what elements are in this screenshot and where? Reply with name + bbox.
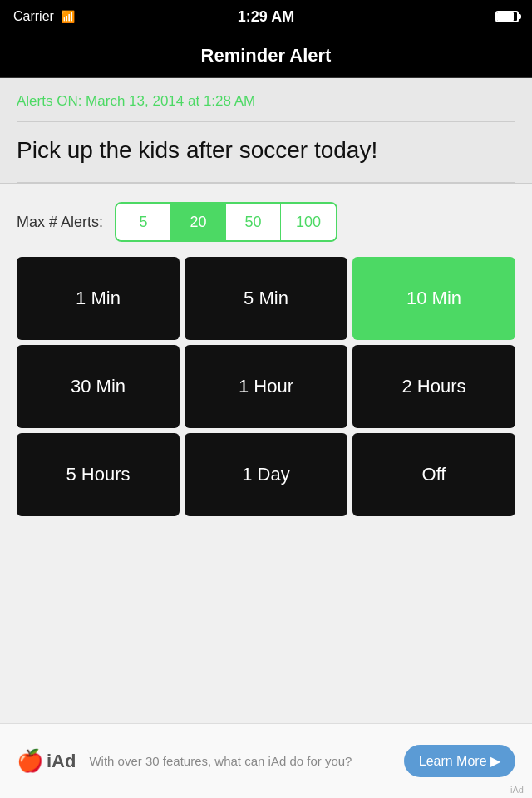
interval-btn-30-min[interactable]: 30 Min: [17, 345, 180, 428]
ad-logo: 🍎 iAd: [17, 748, 76, 774]
interval-btn-off[interactable]: Off: [352, 433, 515, 516]
settings-section: Max # Alerts: 52050100 1 Min5 Min10 Min3…: [0, 184, 532, 525]
interval-btn-10-min[interactable]: 10 Min: [352, 257, 515, 340]
alert-info-section: Alerts ON: March 13, 2014 at 1:28 AM Pic…: [0, 78, 532, 184]
max-alerts-button-group: 52050100: [115, 202, 337, 242]
iad-label: iAd: [510, 785, 524, 795]
nav-bar: Reminder Alert: [0, 33, 532, 78]
interval-btn-1-hour[interactable]: 1 Hour: [185, 345, 347, 428]
interval-btn-5-min[interactable]: 5 Min: [185, 257, 347, 340]
apple-icon: 🍎: [17, 748, 43, 774]
interval-btn-1-day[interactable]: 1 Day: [185, 433, 347, 516]
interval-grid: 1 Min5 Min10 Min30 Min1 Hour2 Hours5 Hou…: [17, 257, 515, 516]
status-bar: Carrier 📶 1:29 AM: [0, 0, 532, 33]
ad-text: With over 30 features, what can iAd do f…: [89, 752, 390, 770]
max-alert-btn-100[interactable]: 100: [281, 204, 336, 240]
wifi-icon: 📶: [61, 10, 75, 23]
max-alerts-label: Max # Alerts:: [17, 214, 103, 231]
interval-btn-2-hours[interactable]: 2 Hours: [352, 345, 515, 428]
max-alert-btn-50[interactable]: 50: [226, 204, 281, 240]
interval-btn-5-hours[interactable]: 5 Hours: [17, 433, 180, 516]
divider: [17, 121, 515, 122]
ad-logo-text: iAd: [47, 751, 76, 772]
interval-btn-1-min[interactable]: 1 Min: [17, 257, 180, 340]
alert-message: Pick up the kids after soccer today!: [17, 135, 515, 182]
page-title: Reminder Alert: [201, 45, 332, 66]
learn-more-button[interactable]: Learn More ▶: [404, 745, 515, 777]
max-alert-btn-20[interactable]: 20: [171, 204, 226, 240]
ad-banner: 🍎 iAd With over 30 features, what can iA…: [0, 723, 532, 798]
carrier-label: Carrier: [13, 9, 54, 24]
time-label: 1:29 AM: [238, 8, 294, 26]
alert-status: Alerts ON: March 13, 2014 at 1:28 AM: [17, 93, 515, 110]
battery-icon: [495, 11, 519, 22]
divider-2: [17, 182, 515, 183]
max-alert-btn-5[interactable]: 5: [116, 204, 171, 240]
max-alerts-row: Max # Alerts: 52050100: [17, 202, 515, 242]
